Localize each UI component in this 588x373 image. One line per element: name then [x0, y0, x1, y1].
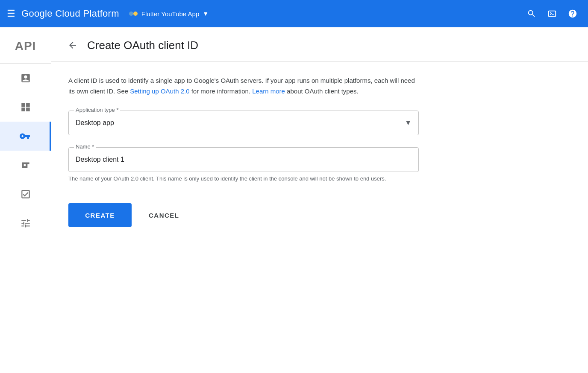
sidebar-item-services[interactable]	[0, 93, 51, 122]
dropdown-arrow-icon: ▼	[405, 119, 412, 127]
project-dropdown-icon: ▼	[203, 10, 209, 17]
app-type-value: Desktop app	[76, 119, 405, 127]
search-button[interactable]	[523, 5, 540, 22]
page-title: Create OAuth client ID	[87, 39, 198, 52]
settings-icon	[20, 218, 31, 229]
form-area: A client ID is used to identify a single…	[51, 62, 521, 254]
name-label: Name *	[74, 143, 96, 150]
services-icon	[20, 102, 31, 113]
top-bar: ☰ Google Cloud Platform Flutter YouTube …	[0, 0, 588, 27]
help-icon	[568, 9, 577, 18]
project-dots-icon	[129, 9, 138, 18]
verify-icon	[20, 189, 31, 200]
name-field: Name * The name of your OAuth 2.0 client…	[68, 147, 419, 183]
main-content: Create OAuth client ID A client ID is us…	[51, 27, 588, 373]
oauth-link[interactable]: Setting up OAuth 2.0	[130, 87, 189, 95]
back-button[interactable]	[65, 38, 80, 53]
app-type-label: Application type *	[74, 107, 120, 113]
back-arrow-icon	[68, 40, 78, 50]
credentials-icon	[19, 131, 30, 142]
sidebar-item-oauth[interactable]	[0, 151, 51, 180]
terminal-icon	[547, 9, 557, 18]
svg-point-1	[133, 12, 138, 16]
sidebar-item-dashboard[interactable]	[0, 64, 51, 93]
sidebar: API	[0, 27, 51, 373]
button-row: CREATE CANCEL	[68, 203, 504, 241]
svg-point-0	[129, 12, 133, 16]
project-selector[interactable]: Flutter YouTube App ▼	[129, 9, 209, 18]
app-type-field: Application type * Desktop app ▼	[68, 111, 419, 135]
top-bar-left: ☰ Google Cloud Platform Flutter YouTube …	[7, 8, 516, 19]
page-header: Create OAuth client ID	[51, 27, 588, 62]
sidebar-item-settings[interactable]	[0, 209, 51, 238]
project-name: Flutter YouTube App	[141, 10, 199, 17]
search-icon	[527, 9, 536, 18]
app-type-select[interactable]: Desktop app ▼	[76, 111, 412, 135]
app-type-wrapper[interactable]: Application type * Desktop app ▼	[68, 111, 419, 135]
name-hint: The name of your OAuth 2.0 client. This …	[68, 175, 419, 183]
top-bar-right	[523, 5, 581, 22]
name-input[interactable]	[76, 148, 412, 172]
platform-title: Google Cloud Platform	[21, 8, 119, 19]
app-layout: API	[0, 27, 588, 373]
cancel-button[interactable]: CANCEL	[142, 203, 186, 227]
name-wrapper[interactable]: Name *	[68, 147, 419, 172]
create-button[interactable]: CREATE	[68, 203, 132, 227]
terminal-button[interactable]	[544, 5, 561, 22]
menu-icon[interactable]: ☰	[7, 9, 15, 18]
oauth-icon	[20, 160, 31, 171]
sidebar-item-verify[interactable]	[0, 180, 51, 209]
sidebar-item-credentials[interactable]	[0, 122, 51, 151]
help-button[interactable]	[564, 5, 581, 22]
dashboard-icon	[20, 73, 31, 84]
learn-more-link[interactable]: Learn more	[252, 87, 285, 95]
description-text: A client ID is used to identify a single…	[68, 76, 419, 97]
api-logo: API	[0, 32, 51, 64]
